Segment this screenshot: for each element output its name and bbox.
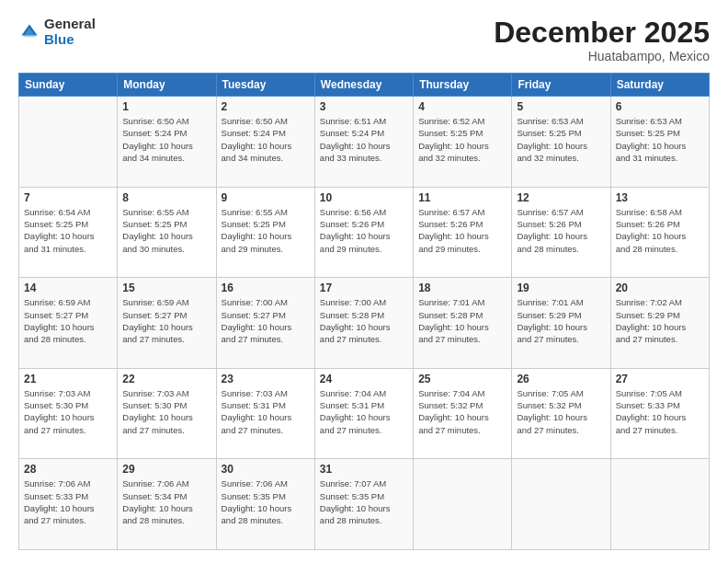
col-header-sunday: Sunday [19, 74, 118, 97]
day-info: Sunrise: 7:06 AM Sunset: 5:33 PM Dayligh… [24, 477, 112, 526]
day-cell: 6Sunrise: 6:53 AM Sunset: 5:25 PM Daylig… [610, 97, 709, 188]
day-cell: 10Sunrise: 6:56 AM Sunset: 5:26 PM Dayli… [314, 187, 413, 278]
day-info: Sunrise: 6:59 AM Sunset: 5:27 PM Dayligh… [122, 296, 210, 345]
calendar-table: SundayMondayTuesdayWednesdayThursdayFrid… [18, 73, 710, 550]
day-info: Sunrise: 6:51 AM Sunset: 5:24 PM Dayligh… [320, 115, 408, 164]
day-info: Sunrise: 7:01 AM Sunset: 5:29 PM Dayligh… [517, 296, 605, 345]
day-info: Sunrise: 6:53 AM Sunset: 5:25 PM Dayligh… [616, 115, 704, 164]
day-number: 4 [418, 100, 506, 113]
week-row-1: 1Sunrise: 6:50 AM Sunset: 5:24 PM Daylig… [19, 97, 710, 188]
day-number: 21 [24, 373, 112, 385]
day-cell: 14Sunrise: 6:59 AM Sunset: 5:27 PM Dayli… [19, 278, 118, 369]
day-cell: 24Sunrise: 7:04 AM Sunset: 5:31 PM Dayli… [314, 368, 413, 459]
day-info: Sunrise: 7:06 AM Sunset: 5:35 PM Dayligh… [222, 477, 310, 526]
day-number: 6 [616, 100, 704, 113]
day-info: Sunrise: 7:04 AM Sunset: 5:31 PM Dayligh… [320, 387, 408, 436]
day-number: 10 [320, 191, 408, 204]
day-number: 27 [616, 373, 704, 385]
day-number: 31 [320, 463, 408, 476]
day-info: Sunrise: 6:57 AM Sunset: 5:26 PM Dayligh… [517, 206, 605, 255]
day-info: Sunrise: 7:07 AM Sunset: 5:35 PM Dayligh… [320, 477, 408, 526]
title-block: December 2025 Huatabampo, Mexico [494, 17, 710, 63]
day-cell: 22Sunrise: 7:03 AM Sunset: 5:30 PM Dayli… [118, 368, 216, 459]
day-cell: 11Sunrise: 6:57 AM Sunset: 5:26 PM Dayli… [414, 187, 512, 278]
day-cell: 2Sunrise: 6:50 AM Sunset: 5:24 PM Daylig… [216, 97, 314, 188]
day-info: Sunrise: 7:03 AM Sunset: 5:30 PM Dayligh… [24, 387, 112, 436]
day-info: Sunrise: 6:50 AM Sunset: 5:24 PM Dayligh… [222, 115, 310, 164]
day-number: 8 [122, 191, 210, 204]
day-info: Sunrise: 6:50 AM Sunset: 5:24 PM Dayligh… [122, 115, 210, 164]
day-cell: 25Sunrise: 7:04 AM Sunset: 5:32 PM Dayli… [414, 368, 512, 459]
day-cell: 7Sunrise: 6:54 AM Sunset: 5:25 PM Daylig… [19, 187, 118, 278]
day-cell: 19Sunrise: 7:01 AM Sunset: 5:29 PM Dayli… [512, 278, 610, 369]
day-number: 12 [517, 191, 605, 204]
page: General Blue December 2025 Huatabampo, M… [0, 0, 728, 563]
header: General Blue December 2025 Huatabampo, M… [18, 17, 710, 63]
col-header-saturday: Saturday [610, 74, 709, 97]
day-cell: 17Sunrise: 7:00 AM Sunset: 5:28 PM Dayli… [314, 278, 413, 369]
day-cell: 21Sunrise: 7:03 AM Sunset: 5:30 PM Dayli… [19, 368, 118, 459]
day-cell: 18Sunrise: 7:01 AM Sunset: 5:28 PM Dayli… [414, 278, 512, 369]
day-info: Sunrise: 6:54 AM Sunset: 5:25 PM Dayligh… [24, 206, 112, 255]
day-cell: 29Sunrise: 7:06 AM Sunset: 5:34 PM Dayli… [118, 459, 216, 550]
week-row-3: 14Sunrise: 6:59 AM Sunset: 5:27 PM Dayli… [19, 278, 710, 369]
day-info: Sunrise: 6:55 AM Sunset: 5:25 PM Dayligh… [222, 206, 310, 255]
day-info: Sunrise: 6:57 AM Sunset: 5:26 PM Dayligh… [418, 206, 506, 255]
day-number: 20 [616, 282, 704, 294]
day-cell: 23Sunrise: 7:03 AM Sunset: 5:31 PM Dayli… [216, 368, 314, 459]
day-info: Sunrise: 7:00 AM Sunset: 5:27 PM Dayligh… [222, 296, 310, 345]
day-cell: 4Sunrise: 6:52 AM Sunset: 5:25 PM Daylig… [414, 97, 512, 188]
day-number: 22 [122, 373, 210, 385]
day-info: Sunrise: 6:52 AM Sunset: 5:25 PM Dayligh… [418, 115, 506, 164]
day-cell: 28Sunrise: 7:06 AM Sunset: 5:33 PM Dayli… [19, 459, 118, 550]
logo: General Blue [18, 17, 96, 47]
day-number: 19 [517, 282, 605, 294]
day-number: 7 [24, 191, 112, 204]
logo-icon [18, 21, 40, 43]
day-cell: 30Sunrise: 7:06 AM Sunset: 5:35 PM Dayli… [216, 459, 314, 550]
day-number: 28 [24, 463, 112, 476]
week-row-4: 21Sunrise: 7:03 AM Sunset: 5:30 PM Dayli… [19, 368, 710, 459]
col-header-thursday: Thursday [414, 74, 512, 97]
day-cell: 16Sunrise: 7:00 AM Sunset: 5:27 PM Dayli… [216, 278, 314, 369]
day-info: Sunrise: 7:05 AM Sunset: 5:33 PM Dayligh… [616, 387, 704, 436]
day-number: 14 [24, 282, 112, 294]
day-info: Sunrise: 7:05 AM Sunset: 5:32 PM Dayligh… [517, 387, 605, 436]
day-info: Sunrise: 7:03 AM Sunset: 5:31 PM Dayligh… [222, 387, 310, 436]
day-info: Sunrise: 6:56 AM Sunset: 5:26 PM Dayligh… [320, 206, 408, 255]
day-info: Sunrise: 6:59 AM Sunset: 5:27 PM Dayligh… [24, 296, 112, 345]
day-number: 24 [320, 373, 408, 385]
col-header-tuesday: Tuesday [216, 74, 314, 97]
day-cell: 1Sunrise: 6:50 AM Sunset: 5:24 PM Daylig… [118, 97, 216, 188]
col-header-friday: Friday [512, 74, 610, 97]
day-number: 16 [222, 282, 310, 294]
day-cell: 15Sunrise: 6:59 AM Sunset: 5:27 PM Dayli… [118, 278, 216, 369]
day-cell: 12Sunrise: 6:57 AM Sunset: 5:26 PM Dayli… [512, 187, 610, 278]
day-cell: 31Sunrise: 7:07 AM Sunset: 5:35 PM Dayli… [314, 459, 413, 550]
day-cell: 5Sunrise: 6:53 AM Sunset: 5:25 PM Daylig… [512, 97, 610, 188]
day-number: 23 [222, 373, 310, 385]
day-cell: 9Sunrise: 6:55 AM Sunset: 5:25 PM Daylig… [216, 187, 314, 278]
day-cell [414, 459, 512, 550]
day-number: 18 [418, 282, 506, 294]
day-info: Sunrise: 7:00 AM Sunset: 5:28 PM Dayligh… [320, 296, 408, 345]
day-number: 13 [616, 191, 704, 204]
month-title: December 2025 [494, 17, 710, 49]
day-number: 2 [222, 100, 310, 113]
day-info: Sunrise: 7:04 AM Sunset: 5:32 PM Dayligh… [418, 387, 506, 436]
day-number: 29 [122, 463, 210, 476]
day-info: Sunrise: 7:06 AM Sunset: 5:34 PM Dayligh… [122, 477, 210, 526]
day-number: 25 [418, 373, 506, 385]
day-number: 17 [320, 282, 408, 294]
day-info: Sunrise: 7:01 AM Sunset: 5:28 PM Dayligh… [418, 296, 506, 345]
day-cell: 20Sunrise: 7:02 AM Sunset: 5:29 PM Dayli… [610, 278, 709, 369]
day-cell: 8Sunrise: 6:55 AM Sunset: 5:25 PM Daylig… [118, 187, 216, 278]
day-number: 1 [122, 100, 210, 113]
location: Huatabampo, Mexico [494, 49, 710, 63]
day-cell: 3Sunrise: 6:51 AM Sunset: 5:24 PM Daylig… [314, 97, 413, 188]
day-info: Sunrise: 6:55 AM Sunset: 5:25 PM Dayligh… [122, 206, 210, 255]
day-cell: 13Sunrise: 6:58 AM Sunset: 5:26 PM Dayli… [610, 187, 709, 278]
day-number: 26 [517, 373, 605, 385]
week-row-5: 28Sunrise: 7:06 AM Sunset: 5:33 PM Dayli… [19, 459, 710, 550]
day-info: Sunrise: 7:02 AM Sunset: 5:29 PM Dayligh… [616, 296, 704, 345]
